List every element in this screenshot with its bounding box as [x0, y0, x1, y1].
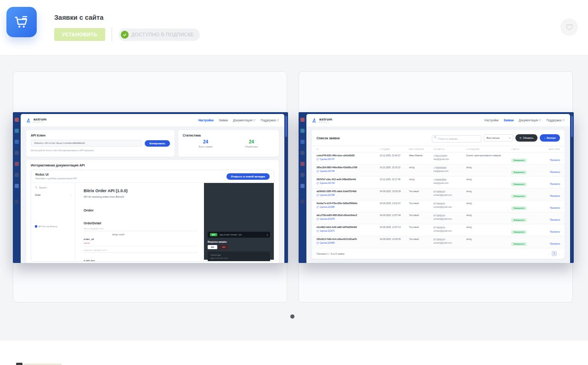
http-method-chip: GET — [210, 233, 217, 236]
below-fold-element — [16, 363, 23, 365]
redoc-request-panel: GET /api/order/{order_id} ▾ Response sam… — [204, 183, 274, 260]
chevron-down-icon: ▾ — [509, 137, 511, 139]
view-link: Просмотр — [550, 207, 560, 209]
request-id: f30247b7-e3ac-4f12-ae29-348bb92fa44d — [317, 178, 380, 181]
redoc-title: Redoc UI — [35, 173, 77, 176]
contacts: +7999999999 test@gmail.com — [433, 178, 466, 185]
search-icon — [35, 186, 38, 189]
gallery-card-requests[interactable]: astrum agency Настройки Заявки Документа… — [299, 71, 573, 302]
bitrix-sidebar — [299, 112, 306, 263]
deal-link: Сделка 221679 — [317, 218, 380, 220]
created-at: 10.11.2025, 15:33:12 — [380, 166, 409, 169]
refresh-icon: ↻ — [520, 137, 521, 139]
email: test@gmail.com — [433, 170, 466, 173]
requests-list-card: Список заявок Все статусы ▾ — [312, 130, 565, 259]
nav-docs: Документация — [519, 119, 541, 122]
open-new-tab-button: Открыть в новой вкладке — [226, 173, 270, 180]
search-icon — [434, 136, 437, 139]
heart-icon — [565, 23, 574, 32]
app-window: astrum agency Настройки Заявки Документа… — [21, 114, 284, 263]
external-link-icon — [277, 119, 279, 121]
api-title: Bitrix Order API (1.0.0) — [84, 188, 198, 193]
table-rows: ccded748-9181-49fd-a1ee-cde5e93d92 Сделк… — [312, 153, 565, 248]
created-at: 04.09.2025, 13:01:07 — [380, 202, 409, 205]
header-actions: УСТАНОВИТЬ ДОСТУПНО В ПОДПИСКЕ — [54, 28, 200, 41]
client-name: Иван Иванов — [409, 154, 433, 157]
brand-subtitle: agency — [34, 122, 46, 123]
message: string — [466, 166, 511, 169]
external-link-icon — [317, 218, 319, 220]
content-type-box: Content type application/json — [208, 251, 270, 262]
view-link: Просмотр — [550, 159, 560, 161]
docs-title: Интерактивная документация API — [31, 164, 274, 167]
gallery-card-settings[interactable]: astrum agency Настройки Заявки Документа… — [13, 71, 287, 302]
page-title: Заявки с сайта — [54, 14, 103, 21]
screenshot-gallery: astrum agency Настройки Заявки Документа… — [0, 56, 588, 341]
deal-link: Сделка 241747 — [317, 158, 380, 160]
phone: 8773869034 — [433, 202, 466, 205]
request-id: 3eddac7e-b14f-47ba-932e-0d09e3589bbb — [317, 202, 380, 205]
created-at: 10.11.2025, 15:40:27 — [380, 154, 409, 157]
contacts: +7999999999 test@gmail.com — [433, 166, 466, 173]
scrollbar[interactable] — [570, 112, 574, 263]
contacts: 8773869034 contact@gmail.com — [433, 226, 466, 233]
created-at: 04.09.2025, 12:57:13 — [380, 226, 409, 228]
status-cell: Завершено — [511, 190, 538, 199]
app-header: astrum agency Настройки Заявки Документа… — [21, 114, 284, 127]
favorite-button[interactable] — [560, 18, 578, 36]
status-cell: Завершено — [511, 214, 538, 222]
carousel-dot[interactable] — [290, 314, 294, 319]
request-bar: GET /api/order/{order_id} ▾ — [208, 232, 270, 238]
client-name: Тестовый — [409, 202, 433, 205]
client-name: Тестовый — [409, 238, 433, 240]
actions-cell: Просмотр — [538, 154, 560, 163]
external-link-icon — [317, 182, 319, 184]
contacts: +79911234567 ivan@gmail.com — [433, 154, 466, 161]
table-row: ccded748-9181-49fd-a1ee-cde5e93d92 Сделк… — [312, 153, 565, 165]
email: contact@gmail.com — [433, 229, 466, 233]
operation-orderdetail: OrderDetail — [84, 222, 198, 225]
api-key-card: API Ключ 266b45ec782cd7a6c78aaac2ede60ed… — [26, 130, 175, 157]
response-samples-label: Response samples — [208, 241, 270, 243]
deal-link: Сделка 221685 — [317, 206, 380, 208]
stat-total: 24 Всего заявок — [183, 139, 229, 148]
contacts: 8773869034 contact@gmail.com — [433, 202, 466, 209]
download-icon: ↓ — [544, 137, 545, 139]
shopping-cart-icon — [13, 13, 30, 31]
install-button[interactable]: УСТАНОВИТЬ — [54, 28, 105, 41]
phone: 8773869034 — [433, 226, 466, 229]
message: string — [466, 202, 511, 205]
status-badge: Завершено — [511, 230, 526, 234]
created-at: 04.09.2025, 15:53:28 — [380, 190, 409, 193]
nav-settings: Настройки — [484, 119, 498, 122]
subscription-badge: ДОСТУПНО В ПОДПИСКЕ — [119, 29, 200, 41]
section-order: Order — [84, 208, 198, 212]
email: contact@gmail.com — [433, 194, 466, 197]
status-cell: Завершено — [511, 202, 538, 211]
header-parameters-label: HEADER PARAMETERS — [84, 250, 198, 253]
astrum-logo-icon — [312, 118, 317, 123]
external-link-icon — [253, 119, 255, 121]
message: Клиент заинтересовался товаром — [466, 154, 511, 157]
app-nav: Настройки Заявки Документация Поддержка — [484, 119, 565, 122]
tab-200: 200 — [208, 245, 217, 249]
created-at: 04.09.2025, 12:54:05 — [380, 238, 409, 240]
deal-link: Сделка 221789 — [317, 194, 380, 196]
brand-subtitle: agency — [319, 122, 332, 123]
api-docs-card: Интерактивная документация API Redoc UI … — [26, 160, 279, 263]
status-badge: Завершено — [511, 206, 526, 210]
status-cell: Завершено — [511, 154, 538, 163]
external-link-icon — [317, 230, 319, 232]
client-name: string — [409, 178, 433, 181]
list-toolbar: Список заявок Все статусы ▾ — [312, 130, 565, 146]
table-row: 232e32c5-7e8b-4c4c-b2ba-9121cf01aa7b Сде… — [312, 236, 565, 248]
external-link-icon — [317, 206, 319, 208]
phone: 8773869034 — [433, 214, 466, 217]
deal-link: Сделка 221673 — [317, 230, 380, 232]
nav-requests: Заявки — [503, 119, 514, 122]
scrollbar[interactable] — [284, 112, 288, 263]
brand-name: astrum — [34, 118, 46, 121]
email: test@gmail.com — [433, 182, 466, 185]
status-cell: Завершено — [511, 226, 538, 234]
table-row: a6cc279b-bd95-4085-83d2-e00edcf9dec3 Сде… — [312, 212, 565, 224]
